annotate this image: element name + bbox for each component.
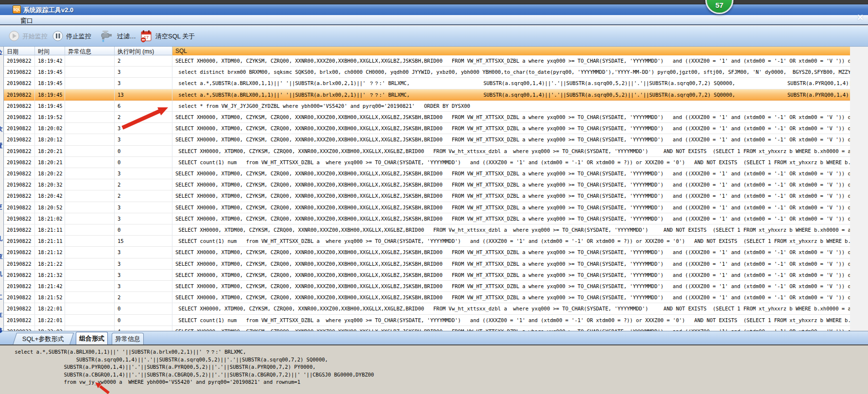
top-dark-strip xyxy=(0,0,868,4)
table-row[interactable]: 2019082218:21:110 SELECT XH0000, XTDM00,… xyxy=(4,224,850,236)
table-row[interactable]: 2019082218:22:010 SELECT count(1) num fr… xyxy=(4,315,850,326)
cell-sql: SELECT XH0000, XTDM00, CZYKSM, CZRQ00, X… xyxy=(172,112,850,123)
table-row[interactable]: 2019082218:21:323SELECT XH0000, XTDM00, … xyxy=(4,270,850,281)
cell-date: 20190822 xyxy=(4,101,35,112)
cell-time: 18:21:42 xyxy=(35,281,65,292)
toolbar-button-清空SQL[interactable]: 17清空SQL xyxy=(140,26,181,47)
pause-icon xyxy=(52,31,63,43)
tab-异常信息[interactable]: 异常信息 xyxy=(112,333,144,345)
tab-组合形式[interactable]: 组合形式 xyxy=(76,332,108,345)
cell-sql: SELECT XH0000, XTDM00, CZYKSM, CZRQ00, X… xyxy=(172,270,850,281)
toolbar: 开始监控停止监控过滤…17清空SQL关于 xyxy=(0,26,868,47)
cell-time: 18:21:52 xyxy=(35,292,65,303)
cell-date: 20190822 xyxy=(4,55,35,67)
cell-exec-ms: 3 xyxy=(115,270,172,281)
cell-time: 18:19:52 xyxy=(35,112,65,123)
cell-date: 20190822 xyxy=(4,123,35,134)
cell-sql: SELECT XH0000, XTDM00, CZYKSM, CZRQ00, X… xyxy=(172,146,850,157)
table-row[interactable]: 2019082218:21:522SELECT XH0000, XTDM00, … xyxy=(4,292,850,303)
table-row[interactable]: 2019082218:21:423SELECT XH0000, XTDM00, … xyxy=(4,281,850,292)
cell-sql: select * from VW_JY_JYJG00_ZYDZBL where … xyxy=(172,101,850,112)
table-row[interactable]: 2019082218:21:1115 SELECT count(1) num f… xyxy=(4,236,850,247)
table-row[interactable]: 2019082218:20:523SELECT XH0000, XTDM00, … xyxy=(4,202,850,213)
toolbar-button-label: 清空SQL xyxy=(155,32,181,41)
table-row[interactable]: 2019082218:20:023SELECT XH0000, XTDM00, … xyxy=(4,123,850,134)
cell-date: 20190822 xyxy=(4,303,35,314)
cell-time: 18:21:22 xyxy=(35,258,65,270)
table-row[interactable]: 2019082218:21:223SELECT XH0000, XTDM00, … xyxy=(4,258,850,270)
cell-time: 18:21:32 xyxy=(35,270,65,281)
cell-sql: select a.*,SUBSTR(a.BRLX00,1,1)||' '||SU… xyxy=(172,78,850,89)
cell-date: 20190822 xyxy=(4,89,35,101)
table-row[interactable]: 2019082218:20:322SELECT XH0000, XTDM00, … xyxy=(4,179,850,190)
table-row[interactable]: 2019082218:19:456 select * from VW_JY_JY… xyxy=(4,101,850,112)
toolbar-button-关于[interactable]: 关于 xyxy=(182,26,195,47)
cell-exception xyxy=(65,190,115,202)
background-glyph-fragment: 工 xyxy=(0,293,3,302)
cell-exec-ms: 0 xyxy=(115,157,172,168)
cell-exception xyxy=(65,258,115,270)
title-bar: SQL 系统跟踪工具v2.0 xyxy=(0,4,868,15)
table-row[interactable]: 2019082218:22:024SELECT XH0000, XTDM00, … xyxy=(4,326,850,331)
table-row[interactable]: 2019082218:20:123SELECT XH0000, XTDM00, … xyxy=(4,134,850,145)
cell-time: 18:20:22 xyxy=(35,168,65,179)
cell-date: 20190822 xyxy=(4,281,35,292)
cell-time: 18:20:42 xyxy=(35,190,65,202)
background-glyph-fragment: [ xyxy=(0,218,3,224)
cell-exception xyxy=(65,292,115,303)
table-row[interactable]: 2019082218:20:422SELECT XH0000, XTDM00, … xyxy=(4,190,850,202)
cell-exec-ms: 13 xyxy=(115,89,172,101)
tab-SQL+参数形式[interactable]: SQL+参数形式 xyxy=(13,333,74,345)
cell-time: 18:20:32 xyxy=(35,179,65,190)
cell-time: 18:22:02 xyxy=(35,326,65,331)
table-row[interactable]: 2019082218:20:223SELECT XH0000, XTDM00, … xyxy=(4,168,850,179)
background-glyph-fragment: 置 xyxy=(0,142,3,150)
screen: 57 × SQL 系统跟踪工具v2.0 窗口 开始监控停止监控过滤…17清空SQ… xyxy=(0,0,868,394)
background-glyph-fragment: 在 xyxy=(0,311,3,319)
cell-time: 18:20:12 xyxy=(35,134,65,145)
column-header-异常信息[interactable]: 异常信息 xyxy=(65,47,115,55)
table-row[interactable]: 2019082218:20:210 SELECT count(1) num fr… xyxy=(4,157,850,168)
column-header-执行时间 (ms)[interactable]: 执行时间 (ms) xyxy=(115,47,172,55)
table-row[interactable]: 2019082218:21:023SELECT XH0000, XTDM00, … xyxy=(4,213,850,224)
menu-item-window[interactable]: 窗口 xyxy=(17,16,36,26)
cell-exec-ms: 3 xyxy=(115,67,172,78)
table-row[interactable]: 2019082218:20:210 SELECT XH0000, XTDM00,… xyxy=(4,146,850,157)
table-row[interactable]: 2019082218:21:123SELECT XH0000, XTDM00, … xyxy=(4,247,850,258)
background-glyph-fragment: 修 xyxy=(0,326,3,335)
table-row[interactable]: 2019082218:19:453 select distinct brxm00… xyxy=(4,67,850,78)
column-header-时间[interactable]: 时间 xyxy=(35,47,65,55)
cell-exec-ms: 3 xyxy=(115,258,172,270)
cell-time: 18:21:11 xyxy=(35,224,65,236)
toolbar-button-开始监控[interactable]: 开始监控 xyxy=(9,26,48,47)
column-header-日期[interactable]: 日期 xyxy=(4,47,35,55)
sql-app-icon: SQL xyxy=(13,5,21,14)
close-icon[interactable]: × xyxy=(854,12,867,23)
grid-right-margin xyxy=(850,47,868,331)
table-row[interactable]: 2019082218:19:453 select a.*,SUBSTR(a.BR… xyxy=(4,78,850,89)
table-row[interactable]: 2019082218:19:522SELECT XH0000, XTDM00, … xyxy=(4,112,850,123)
cell-sql: SELECT XH0000, XTDM00, CZYKSM, CZRQ00, X… xyxy=(172,303,850,314)
cell-exec-ms: 6 xyxy=(115,101,172,112)
table-row[interactable]: 2019082218:19:4513 select a.*,SUBSTR(a.B… xyxy=(4,89,850,101)
cell-sql: SELECT XH0000, XTDM00, CZYKSM, CZRQ00, X… xyxy=(172,55,850,67)
cell-exec-ms: 0 xyxy=(115,315,172,326)
cell-time: 18:19:42 xyxy=(35,55,65,67)
bottom-tab-bar: SQL+参数形式组合形式异常信息 xyxy=(0,331,868,344)
cell-exception xyxy=(65,146,115,157)
table-row[interactable]: 2019082218:22:010 SELECT XH0000, XTDM00,… xyxy=(4,303,850,314)
table-row[interactable]: 2019082218:19:422SELECT XH0000, XTDM00, … xyxy=(4,55,850,67)
cell-exec-ms: 3 xyxy=(115,213,172,224)
cell-exception xyxy=(65,303,115,314)
cell-date: 20190822 xyxy=(4,270,35,281)
cell-exception xyxy=(65,236,115,247)
cell-time: 18:19:45 xyxy=(35,67,65,78)
toolbar-button-停止监控[interactable]: 停止监控 xyxy=(52,26,91,47)
column-header-SQL[interactable]: SQL xyxy=(172,47,850,55)
menu-bar: 窗口 xyxy=(0,15,868,25)
toolbar-button-过滤…[interactable]: 过滤… xyxy=(100,26,136,47)
cell-sql: SELECT XH0000, XTDM00, CZYKSM, CZRQ00, X… xyxy=(172,213,850,224)
cell-time: 18:20:21 xyxy=(35,146,65,157)
cell-time: 18:20:21 xyxy=(35,157,65,168)
cell-time: 18:20:52 xyxy=(35,202,65,213)
